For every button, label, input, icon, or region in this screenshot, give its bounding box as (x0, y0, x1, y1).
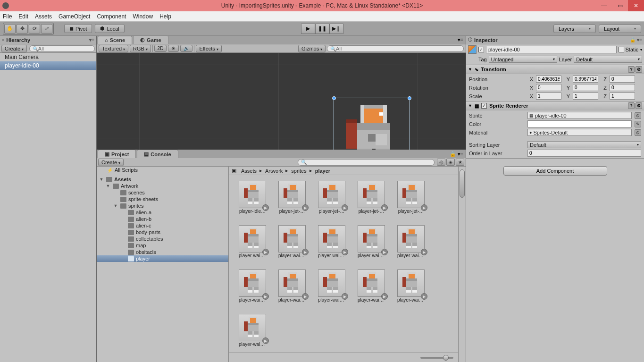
gizmos-dropdown[interactable]: Gizmos ▾ (298, 45, 326, 52)
tree-item[interactable]: sprite-sheets (97, 196, 228, 202)
close-button[interactable]: ✕ (628, 0, 644, 11)
orderinlayer-input[interactable] (527, 150, 641, 157)
sound-toggle[interactable]: 🔊 (180, 45, 192, 52)
rotate-tool[interactable]: ⟳ (29, 24, 40, 34)
component-enabled-checkbox[interactable]: ✓ (481, 103, 487, 109)
hierarchy-pane-menu-icon[interactable]: ▾≡ (89, 37, 94, 42)
tree-item[interactable]: body-parts (97, 229, 228, 236)
breadcrumb[interactable]: ▣ Assets▸ Artwork▸ sprites▸ player (229, 167, 458, 175)
shading-mode-dropdown[interactable]: Textured ▾ (99, 45, 128, 52)
asset-thumbnail[interactable]: ▶ (239, 314, 266, 341)
tab-project[interactable]: ▣Project (98, 150, 136, 158)
expand-icon[interactable]: ▶ (342, 293, 348, 300)
expand-icon[interactable]: ▶ (262, 249, 269, 255)
sortinglayer-dropdown[interactable]: Default▾ (527, 141, 641, 148)
expand-icon[interactable]: ▶ (381, 293, 388, 300)
expand-icon[interactable]: ▶ (302, 204, 309, 211)
asset-item[interactable]: ▶player-wait… (238, 269, 267, 303)
asset-thumbnail[interactable]: ▶ (318, 269, 345, 297)
tree-item[interactable]: alien-c (97, 222, 228, 229)
object-picker-icon[interactable]: ⊙ (635, 129, 641, 136)
asset-thumbnail[interactable]: ▶ (397, 181, 425, 208)
tree-item[interactable]: obsitacls (97, 249, 228, 255)
hierarchy-item[interactable]: player-idle-00 (0, 61, 96, 70)
object-picker-icon[interactable]: ⊙ (635, 112, 641, 119)
rgb-dropdown[interactable]: RGB ▾ (130, 45, 151, 52)
project-search-input[interactable]: 🔍 (298, 159, 435, 166)
search-by-label-button[interactable]: ◈ (446, 159, 455, 166)
scale-tool[interactable]: ⤢ (41, 24, 52, 34)
expand-icon[interactable]: ▶ (421, 249, 427, 255)
tree-item[interactable]: ⚡All Scripts (97, 167, 228, 173)
minimize-button[interactable]: — (596, 0, 612, 11)
pos-z-input[interactable] (610, 76, 635, 83)
asset-item[interactable]: ▶player-wait… (357, 269, 385, 303)
pos-y-input[interactable] (573, 76, 598, 83)
expand-icon[interactable]: ▶ (381, 249, 388, 255)
gameobject-icon[interactable] (468, 45, 477, 54)
selection-rect[interactable] (334, 98, 410, 150)
expand-icon[interactable]: ▶ (262, 293, 269, 300)
menu-file[interactable]: File (3, 13, 12, 20)
expand-icon[interactable]: ▶ (421, 204, 427, 211)
handle-icon[interactable] (408, 96, 411, 100)
rot-z-input[interactable] (610, 84, 635, 91)
asset-thumbnail[interactable]: ▶ (397, 269, 425, 297)
material-field[interactable]: ●Sprites-Default (527, 129, 632, 136)
help-icon[interactable]: ? (628, 102, 635, 109)
tab-scene[interactable]: ⌂Scene (98, 36, 132, 44)
asset-item[interactable]: ▶player-wait… (397, 225, 425, 258)
expand-icon[interactable]: ▶ (262, 337, 269, 344)
menu-edit[interactable]: Edit (18, 13, 28, 20)
menu-window[interactable]: Window (133, 13, 153, 20)
component-header[interactable]: ▼▦ ✓ Sprite Renderer ?⚙ (466, 101, 644, 110)
asset-item[interactable]: ▶player-jet-… (357, 181, 385, 214)
expand-icon[interactable]: ▶ (381, 204, 388, 211)
inspector-pane-menu-icon[interactable]: 🔒 ▾≡ (630, 37, 642, 42)
asset-item[interactable]: ▶player-jet-… (278, 181, 306, 214)
hand-tool[interactable]: ✋ (4, 24, 16, 34)
expand-icon[interactable]: ▶ (302, 293, 309, 300)
menu-gameobject[interactable]: GameObject (59, 13, 90, 20)
hierarchy-header[interactable]: ≡Hierarchy ▾≡ (0, 36, 96, 44)
expand-icon[interactable]: ▶ (262, 204, 269, 211)
tree-item[interactable]: alien-b (97, 216, 228, 222)
play-button[interactable]: ▶ (301, 24, 315, 34)
component-header[interactable]: ▼⬊Transform ?⚙ (466, 65, 644, 74)
asset-thumbnail[interactable]: ▶ (397, 225, 425, 253)
asset-thumbnail[interactable]: ▶ (239, 269, 266, 297)
project-pane-menu-icon[interactable]: 🔒 ▾≡ (447, 150, 466, 158)
menu-component[interactable]: Component (97, 13, 126, 20)
hierarchy-search-input[interactable]: 🔍All (29, 45, 95, 52)
light-toggle[interactable]: ☀ (168, 45, 179, 52)
layers-dropdown[interactable]: Layers▾ (553, 25, 596, 33)
expand-icon[interactable]: ▶ (342, 249, 348, 255)
move-tool[interactable]: ✥ (17, 24, 28, 34)
asset-item[interactable]: ▶player-wait… (397, 269, 425, 303)
tab-console[interactable]: ▤Console (137, 150, 178, 158)
gameobject-name-input[interactable] (486, 46, 617, 53)
asset-item[interactable]: ▶player-wait… (357, 225, 385, 258)
step-button[interactable]: ▶❙ (329, 24, 343, 34)
asset-thumbnail[interactable]: ▶ (278, 225, 306, 253)
inspector-header[interactable]: ⓘInspector 🔒 ▾≡ (466, 36, 644, 44)
sprite-field[interactable]: ▦player-idle-00 (527, 112, 632, 119)
asset-thumbnail[interactable]: ▶ (318, 225, 345, 253)
asset-item[interactable]: ▶player-wait… (278, 269, 306, 303)
pivot-toggle[interactable]: ◼ Pivot (64, 24, 92, 33)
pause-button[interactable]: ❚❚ (315, 24, 329, 34)
asset-thumbnail[interactable]: ▶ (358, 269, 385, 297)
expand-icon[interactable]: ▶ (421, 293, 427, 300)
tree-item-assets[interactable]: ▼Assets (97, 176, 228, 183)
rot-y-input[interactable] (573, 84, 598, 91)
scene-view[interactable] (97, 53, 466, 150)
save-search-button[interactable]: ★ (456, 159, 464, 166)
eyedropper-icon[interactable]: ✎ (635, 121, 641, 127)
color-field[interactable] (527, 120, 632, 127)
asset-item[interactable]: ▶player-wait… (238, 225, 267, 258)
tree-item[interactable]: alien-a (97, 209, 228, 216)
handle-icon[interactable] (332, 96, 336, 100)
scene-pane-menu-icon[interactable]: ▾≡ (455, 36, 466, 44)
asset-thumbnail[interactable]: ▶ (239, 181, 266, 208)
static-checkbox[interactable] (619, 47, 624, 52)
